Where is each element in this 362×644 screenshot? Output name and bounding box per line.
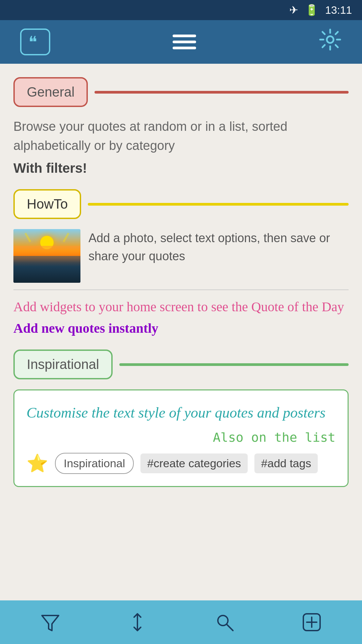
star-icon: ⭐ [26,453,48,474]
general-emphasis: With filters! [13,161,349,176]
howto-section-divider [13,289,349,290]
sort-button[interactable] [117,605,158,639]
howto-image [13,229,80,283]
inspirational-divider [119,363,349,366]
header-bar: ❝ [0,20,362,64]
general-description: Browse your quotes at random or in a lis… [13,117,349,155]
search-button[interactable] [204,605,245,639]
create-categories-tag[interactable]: #create categories [140,453,248,473]
main-content: General Browse your quotes at random or … [0,64,362,600]
battery-icon: 🔋 [305,4,318,16]
howto-section-header: HowTo [13,189,349,219]
settings-icon[interactable] [318,28,342,56]
inspirational-badge[interactable]: Inspirational [13,350,113,379]
inspirational-card-title: Customise the text style of your quotes … [26,402,336,423]
howto-description-area: Add a photo, select text options, then s… [88,229,349,265]
quote-icon[interactable]: ❝ [20,29,50,55]
general-section-header: General [13,77,349,107]
inspirational-section-header: Inspirational [13,350,349,379]
also-on-list: Also on the list [26,430,336,445]
bottom-nav [0,600,362,644]
tags-row: ⭐ Inspirational #create categories #add … [26,453,336,474]
inspirational-tag[interactable]: Inspirational [55,453,134,474]
svg-marker-2 [42,615,59,631]
widget-text: Add widgets to your home screen to see t… [13,297,349,317]
svg-point-1 [327,36,334,43]
svg-line-5 [227,624,233,631]
general-badge[interactable]: General [13,77,88,107]
general-divider [95,91,349,94]
status-bar: ✈ 🔋 13:11 [0,0,362,20]
add-tags-tag[interactable]: #add tags [254,453,318,473]
howto-content: Add a photo, select text options, then s… [13,229,349,283]
howto-divider [88,203,349,206]
menu-icon[interactable] [173,35,196,49]
status-time: 13:11 [325,4,352,16]
filter-button[interactable] [30,605,70,639]
inspirational-card: Customise the text style of your quotes … [13,389,349,487]
add-button[interactable] [292,605,332,639]
new-quotes-text: Add new quotes instantly [13,320,349,336]
airplane-icon: ✈ [289,4,298,16]
svg-text:❝: ❝ [28,34,37,50]
howto-badge[interactable]: HowTo [13,189,81,219]
howto-description: Add a photo, select text options, then s… [88,229,349,265]
